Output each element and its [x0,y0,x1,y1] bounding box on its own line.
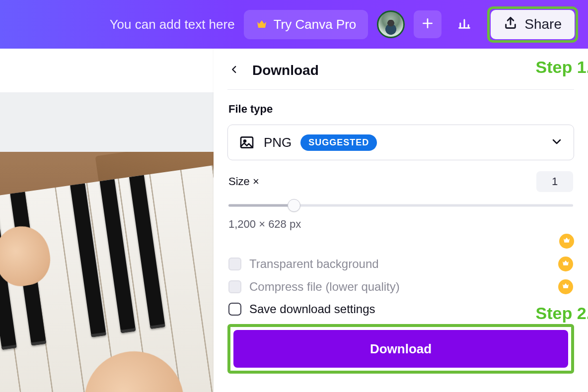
try-canva-pro-button[interactable]: Try Canva Pro [244,10,368,39]
crown-icon [562,282,570,292]
download-button[interactable]: Download [233,330,568,368]
svg-point-1 [244,140,246,142]
share-button-highlight: Share [487,6,578,43]
label-transparent: Transparent background [249,257,379,271]
download-button-highlight: Download [227,324,574,374]
file-type-value: PNG [264,135,292,150]
try-canva-pro-label: Try Canva Pro [274,17,357,32]
slider-thumb[interactable] [288,199,300,212]
add-button[interactable] [414,10,441,38]
pro-badge-transparent [558,257,573,271]
crown-icon [562,259,570,269]
back-button[interactable] [227,64,241,77]
analytics-button[interactable] [450,10,478,38]
share-button[interactable]: Share [491,10,575,39]
option-transparent-background[interactable]: Transparent background [228,257,573,271]
file-type-section-label: File type [228,103,573,116]
chevron-left-icon [230,63,239,78]
file-type-dropdown[interactable]: PNG SUGGESTED [227,125,574,160]
option-compress-file[interactable]: Compress file (lower quality) [228,279,573,294]
share-label: Share [524,16,562,32]
size-label: Size × [228,175,259,188]
pro-badge-compress [558,279,573,294]
label-save-settings: Save download settings [249,302,375,316]
image-icon [239,134,255,150]
annotation-step-2: Step 2. [536,304,588,323]
plus-icon [421,17,434,32]
upload-icon [504,16,517,33]
user-avatar[interactable] [377,10,405,38]
checkbox-transparent[interactable] [228,258,241,270]
label-compress: Compress file (lower quality) [249,280,400,294]
crown-icon [256,18,268,30]
checkbox-save-settings[interactable] [228,303,241,316]
size-row: Size × 1 [228,171,573,192]
bar-chart-icon [457,16,471,32]
size-slider[interactable] [228,198,573,213]
download-panel: Download Step 1. File type PNG SUGGESTED… [214,49,588,392]
size-multiplier-input[interactable]: 1 [536,171,573,192]
slider-fill [228,204,294,207]
header-placeholder-text[interactable]: You can add text here [110,17,235,32]
canvas-image-piano[interactable] [0,152,214,392]
chevron-down-icon [551,135,563,149]
pro-badge-size [559,234,574,249]
download-panel-header: Download [227,49,574,90]
checkbox-compress[interactable] [228,280,241,293]
app-header: You can add text here Try Canva Pro Shar… [0,0,588,49]
output-dimensions: 1,200 × 628 px [228,218,573,231]
download-panel-title: Download [252,63,319,78]
annotation-step-1: Step 1. [536,58,588,77]
suggested-badge: SUGGESTED [300,134,377,151]
crown-icon [563,236,571,246]
option-save-settings[interactable]: Save download settings [228,302,573,316]
